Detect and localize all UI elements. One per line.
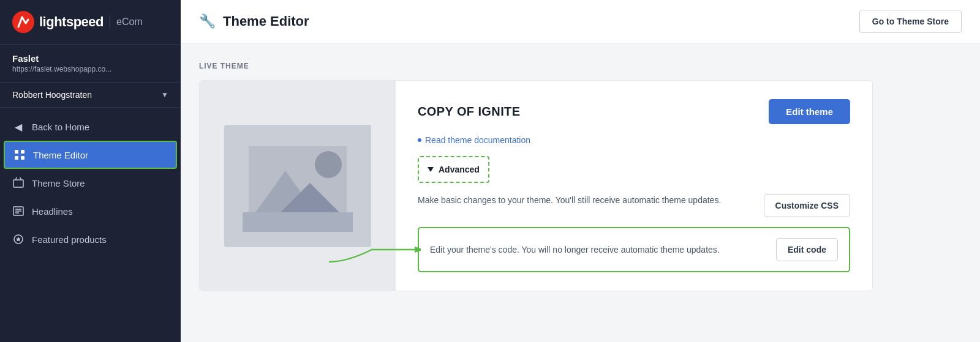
svg-point-15 <box>315 151 342 178</box>
theme-name: COPY OF IGNITE <box>418 105 520 119</box>
advanced-content: Make basic changes to your theme. You'll… <box>418 194 850 272</box>
advanced-description: Make basic changes to your theme. You'll… <box>418 194 752 207</box>
chevron-down-icon: ▼ <box>161 91 168 99</box>
edit-code-description: Edit your theme's code. You will no long… <box>430 243 764 256</box>
main-area: 🔧 Theme Editor Go to Theme Store LIVE TH… <box>181 0 980 342</box>
sidebar-nav: ◀ Back to Home Theme Editor <box>0 108 181 342</box>
sidebar-headlines-label: Headlines <box>32 206 73 217</box>
page-title: Theme Editor <box>223 13 309 29</box>
sidebar-item-theme-editor[interactable]: Theme Editor <box>4 141 177 169</box>
lightspeed-logo-icon <box>12 11 34 33</box>
svg-rect-2 <box>21 150 24 154</box>
sidebar-back-label: Back to Home <box>32 122 89 132</box>
sidebar-featured-products-label: Featured products <box>32 234 107 245</box>
store-info: Faslet https://faslet.webshopapp.co... <box>0 45 181 83</box>
headlines-icon <box>12 205 24 217</box>
svg-rect-4 <box>21 156 24 160</box>
advanced-label: Advanced <box>439 165 480 174</box>
sidebar-logo: lightspeed eCom <box>0 0 181 45</box>
sidebar-item-back-to-home[interactable]: ◀ Back to Home <box>0 113 181 141</box>
store-name: Faslet <box>12 53 168 64</box>
sidebar-theme-editor-label: Theme Editor <box>33 150 88 160</box>
sidebar-item-headlines[interactable]: Headlines <box>0 197 181 225</box>
edit-code-button[interactable]: Edit code <box>776 238 838 261</box>
logo-brand-text: lightspeed <box>39 14 104 30</box>
featured-products-icon <box>12 233 24 245</box>
svg-rect-5 <box>13 180 23 187</box>
theme-editor-icon <box>13 149 26 161</box>
main-header: 🔧 Theme Editor Go to Theme Store <box>181 0 980 43</box>
logo-ecom-text: eCom <box>116 17 143 28</box>
sidebar-theme-store-label: Theme Store <box>32 178 85 188</box>
store-url: https://faslet.webshopapp.co... <box>12 65 168 73</box>
user-name: Robbert Hoogstraten <box>12 90 92 100</box>
back-arrow-icon: ◀ <box>12 121 24 133</box>
edit-code-box: Edit your theme's code. You will no long… <box>418 227 850 272</box>
customize-css-button[interactable]: Customize CSS <box>764 194 850 217</box>
svg-point-0 <box>12 11 34 33</box>
svg-rect-16 <box>243 212 353 232</box>
green-arrow-annotation <box>323 231 421 268</box>
sidebar: lightspeed eCom Faslet https://faslet.we… <box>0 0 181 342</box>
user-menu[interactable]: Robbert Hoogstraten ▼ <box>0 83 181 108</box>
theme-name-row: COPY OF IGNITE Edit theme <box>418 99 850 124</box>
advanced-triangle-icon <box>428 167 434 172</box>
advanced-toggle[interactable]: Advanced <box>418 156 489 183</box>
svg-rect-3 <box>15 156 18 160</box>
theme-card-info: COPY OF IGNITE Edit theme Read theme doc… <box>396 81 872 291</box>
go-to-theme-store-button[interactable]: Go to Theme Store <box>859 10 962 33</box>
logo-divider <box>110 15 110 29</box>
main-content: LIVE THEME <box>181 43 980 342</box>
svg-rect-1 <box>15 150 18 154</box>
customize-css-row: Make basic changes to your theme. You'll… <box>418 194 850 217</box>
live-theme-label: LIVE THEME <box>199 62 962 70</box>
edit-code-section: Edit your theme's code. You will no long… <box>418 227 850 272</box>
read-theme-documentation-link[interactable]: Read theme documentation <box>425 135 530 145</box>
sidebar-item-featured-products[interactable]: Featured products <box>0 225 181 253</box>
theme-preview-image <box>224 125 371 247</box>
edit-theme-button[interactable]: Edit theme <box>769 99 850 124</box>
theme-doc-link-row: Read theme documentation <box>418 135 850 145</box>
sidebar-item-theme-store[interactable]: Theme Store <box>0 169 181 197</box>
image-placeholder-svg <box>243 140 353 232</box>
wrench-icon: 🔧 <box>199 13 216 29</box>
doc-bullet <box>418 138 421 142</box>
theme-store-icon <box>12 177 24 189</box>
theme-card: COPY OF IGNITE Edit theme Read theme doc… <box>199 80 873 291</box>
header-left: 🔧 Theme Editor <box>199 13 309 29</box>
